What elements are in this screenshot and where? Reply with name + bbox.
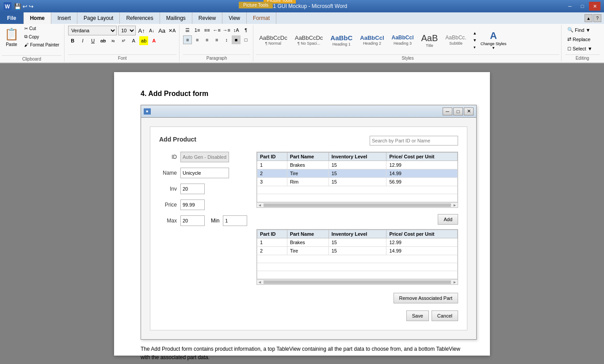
style-title-preview: AaB — [421, 33, 438, 43]
table-row[interactable]: 1 Brakes 15 12.99 — [257, 238, 458, 247]
title-bar: W 💾 ↩ ↪ Picture Tools Software 1 GUI Moc… — [0, 0, 604, 12]
name-input[interactable] — [180, 168, 229, 178]
style-no-spacing[interactable]: AaBbCcDc ¶ No Spaci... — [292, 33, 326, 47]
text-highlight-button[interactable]: ab — [139, 36, 148, 45]
add-part-button[interactable]: Add — [438, 214, 458, 225]
ribbon-collapse-btn[interactable]: ▲ — [585, 14, 593, 22]
tab-home[interactable]: Home — [24, 12, 51, 24]
style-subtitle[interactable]: AaBbCc. Subtitle — [442, 33, 469, 46]
font-grow-button[interactable]: A↑ — [137, 26, 146, 35]
styles-scroll-down[interactable]: ▼ — [472, 37, 478, 43]
tab-file[interactable]: File — [0, 12, 24, 24]
align-right-button[interactable]: ≡ — [203, 35, 211, 44]
max-input[interactable] — [180, 215, 205, 226]
increase-indent-button[interactable]: →≡ — [222, 26, 231, 34]
justify-button[interactable]: ≡ — [212, 35, 221, 44]
styles-more[interactable]: ▾ — [472, 44, 478, 50]
shading-button[interactable]: ■ — [232, 35, 241, 44]
remove-associated-part-button[interactable]: Remove Associated Part — [394, 293, 458, 303]
table-empty-row — [257, 194, 458, 202]
price-input[interactable] — [180, 199, 205, 210]
font-color-button[interactable]: A — [149, 36, 158, 45]
paste-button[interactable]: 📋 Paste — [2, 25, 21, 50]
style-heading3-label: Heading 3 — [394, 41, 412, 46]
sort-button[interactable]: ↕A — [232, 26, 241, 34]
close-button[interactable]: ✕ — [589, 2, 600, 11]
style-heading2[interactable]: AaBbCcl Heading 2 — [357, 33, 387, 47]
bullets-button[interactable]: ☰ — [183, 26, 192, 34]
tab-view[interactable]: View — [222, 12, 247, 24]
cut-button[interactable]: ✂ Cut — [22, 25, 61, 32]
style-heading2-label: Heading 2 — [363, 41, 381, 46]
select-button[interactable]: ◻ Select ▼ — [565, 44, 600, 53]
borders-button[interactable]: □ — [241, 35, 250, 44]
clear-format-button[interactable]: ✕A — [168, 26, 176, 35]
tab-format[interactable]: Format — [247, 12, 276, 24]
change-styles-button[interactable]: A Change Styles ▼ — [479, 29, 508, 51]
font-size-select[interactable]: 10 — [118, 26, 136, 35]
clipboard-actions: ✂ Cut ⧉ Copy 🖌 Format Painter — [22, 25, 61, 54]
style-title[interactable]: AaB Title — [418, 31, 441, 49]
decrease-indent-button[interactable]: ←≡ — [212, 26, 221, 34]
mock-maximize-button[interactable]: □ — [453, 107, 463, 115]
clipboard-label: Clipboard — [2, 55, 61, 61]
change-styles-label: Change Styles — [481, 42, 507, 46]
document-area: 4. Add Product form ■ ─ □ ✕ Add Product — [0, 63, 604, 364]
find-button[interactable]: 🔍 Find ▼ — [565, 26, 600, 34]
table-row[interactable]: 2 Tire 15 14.99 — [257, 247, 458, 255]
table-row[interactable]: 2 Tire 15 14.99 — [257, 169, 458, 178]
table-row[interactable]: 1 Brakes 15 12.99 — [257, 161, 458, 169]
search-input[interactable] — [370, 136, 458, 146]
col-part-name-b: Part Name — [287, 230, 329, 238]
multilevel-list-button[interactable]: ≡≡ — [203, 26, 211, 34]
show-hide-button[interactable]: ¶ — [241, 26, 250, 34]
font-shrink-button[interactable]: A↓ — [147, 26, 156, 35]
table-empty-row — [257, 271, 458, 279]
style-heading3[interactable]: AaBbCcl Heading 3 — [389, 33, 417, 46]
font-name-select[interactable]: Verdana — [68, 26, 117, 35]
font-case-button[interactable]: Aa — [157, 26, 166, 35]
maximize-button[interactable]: □ — [577, 2, 588, 11]
document-page: 4. Add Product form ■ ─ □ ✕ Add Product — [114, 72, 490, 356]
replace-button[interactable]: ⇄ Replace — [565, 35, 600, 43]
mock-minimize-button[interactable]: ─ — [443, 107, 452, 115]
tab-mailings[interactable]: Mailings — [160, 12, 192, 24]
align-center-button[interactable]: ≡ — [193, 35, 202, 44]
align-left-button[interactable]: ≡ — [183, 35, 192, 44]
tab-page-layout[interactable]: Page Layout — [77, 12, 120, 24]
quick-undo-icon[interactable]: ↩ — [23, 3, 27, 10]
italic-button[interactable]: I — [78, 36, 87, 45]
col-part-name: Part Name — [287, 153, 329, 161]
mock-close-button[interactable]: ✕ — [464, 107, 474, 115]
underline-button[interactable]: U — [88, 36, 97, 45]
col-price-b: Price/ Cost per Unit — [386, 230, 458, 238]
strikethrough-button[interactable]: ab — [99, 36, 107, 45]
copy-button[interactable]: ⧉ Copy — [22, 33, 61, 41]
style-normal[interactable]: AaBbCcDc ¶ Normal — [256, 33, 291, 47]
format-painter-button[interactable]: 🖌 Format Painter — [22, 41, 61, 49]
inv-input[interactable] — [180, 184, 205, 194]
table-row[interactable]: 3 Rim 15 56.99 — [257, 178, 458, 186]
superscript-button[interactable]: x² — [119, 36, 128, 45]
styles-scroll-up[interactable]: ▲ — [472, 30, 478, 36]
cancel-button[interactable]: Cancel — [432, 310, 458, 321]
help-button[interactable]: ? — [593, 14, 601, 22]
quick-redo-icon[interactable]: ↪ — [29, 3, 34, 10]
tab-references[interactable]: References — [120, 12, 160, 24]
id-input[interactable] — [180, 152, 229, 162]
paragraph-group: ☰ 1≡ ≡≡ ←≡ →≡ ↕A ¶ ≡ ≡ ≡ ≡ ↕ ■ □ Paragra… — [180, 25, 253, 61]
save-button[interactable]: Save — [406, 310, 429, 321]
style-heading1[interactable]: AaBbC Heading 1 — [327, 33, 356, 48]
min-input[interactable] — [223, 215, 247, 226]
subscript-button[interactable]: x₂ — [109, 36, 118, 45]
numbered-list-button[interactable]: 1≡ — [193, 26, 202, 34]
editing-label: Editing — [565, 54, 600, 61]
tab-insert[interactable]: Insert — [51, 12, 77, 24]
bold-button[interactable]: B — [68, 36, 77, 45]
minimize-button[interactable]: ─ — [564, 2, 576, 11]
text-effect-button[interactable]: A — [129, 36, 138, 45]
line-spacing-button[interactable]: ↕ — [222, 35, 231, 44]
quick-save-icon[interactable]: 💾 — [14, 3, 21, 10]
tab-review[interactable]: Review — [192, 12, 222, 24]
style-title-label: Title — [426, 43, 433, 48]
